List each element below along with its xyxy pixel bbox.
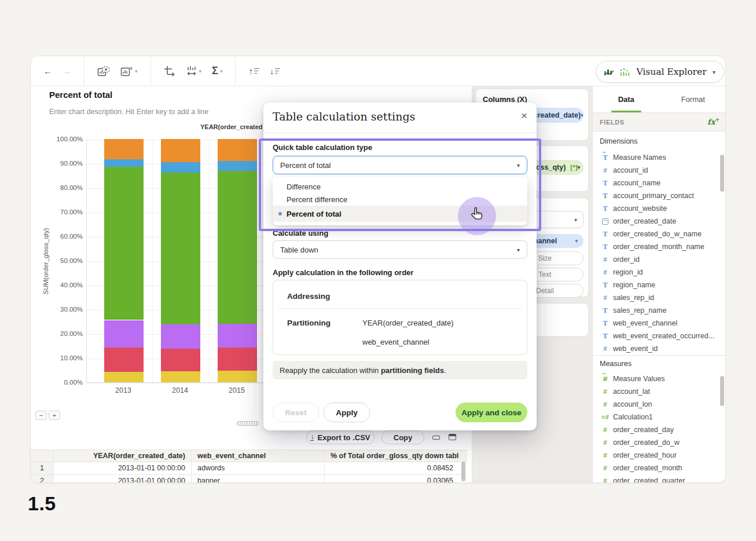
field-item[interactable]: order_created_hour	[593, 449, 719, 462]
gridline	[209, 140, 210, 382]
dropdown-option[interactable]: Percent of total	[273, 206, 527, 222]
undo-arrow-icon[interactable]: ←	[43, 66, 52, 76]
tab-data[interactable]: Data	[593, 86, 660, 112]
redo-arrow-icon[interactable]: →	[63, 66, 71, 76]
field-item[interactable]: order_created_month_name	[593, 240, 719, 253]
field-item[interactable]: account_lat	[593, 385, 719, 398]
field-item[interactable]: order_created_do_w	[593, 436, 719, 449]
bar-segment[interactable]	[161, 162, 200, 173]
tab-format[interactable]: Format	[660, 86, 726, 112]
chevron-down-icon: ▾	[517, 247, 520, 253]
bar-segment[interactable]	[104, 159, 144, 167]
field-label: Calculation1	[613, 413, 653, 421]
stacked-bar-2015[interactable]	[218, 140, 257, 382]
chart-description-placeholder[interactable]: Enter chart description. Hit Enter key t…	[49, 108, 208, 116]
measures-scrollbar-thumb[interactable]	[720, 376, 724, 406]
field-item[interactable]: web_event_created_occurred...	[593, 330, 719, 342]
field-item[interactable]: Measure Names	[593, 151, 719, 164]
bar-width-icon[interactable]: ▾	[186, 65, 202, 77]
dropdown-option[interactable]: Percent difference	[273, 193, 527, 206]
y-tick-label: 10.00%	[60, 354, 83, 361]
field-item[interactable]: order_created_quarter	[593, 474, 719, 483]
table-header-cell[interactable]: % of Total order_gloss_qty down table	[325, 450, 459, 462]
field-item[interactable]: web_event_id	[593, 342, 719, 355]
stacked-bar-2013[interactable]	[104, 140, 144, 382]
duplicate-visualization-icon[interactable]	[97, 66, 110, 76]
dropdown-option[interactable]: Difference	[273, 180, 527, 193]
collapse-table-icon[interactable]	[432, 436, 440, 440]
field-item[interactable]: account_id	[593, 164, 719, 177]
field-item[interactable]: order_created_do_w_name	[593, 228, 719, 240]
table-row[interactable]: 12013-01-01 00:00:00adwords0.08452	[31, 462, 467, 475]
add-calculation-icon[interactable]: fx+	[707, 117, 720, 126]
apply-and-close-button[interactable]: Apply and close	[456, 403, 527, 422]
field-item[interactable]: account_lon	[593, 398, 719, 411]
bar-segment[interactable]	[104, 139, 144, 159]
table-header-cell[interactable]: web_event_channel	[192, 450, 325, 462]
table-header-cell[interactable]	[31, 450, 54, 462]
sort-descending-icon[interactable]: ↓	[270, 66, 281, 76]
field-item[interactable]: web_event_channel	[593, 317, 719, 330]
text-icon	[601, 332, 610, 340]
table-scrollbar-thumb[interactable]	[461, 462, 465, 481]
field-item[interactable]: account_website	[593, 202, 719, 215]
bar-segment[interactable]	[161, 349, 200, 371]
field-label: Measure Names	[613, 153, 666, 162]
quick-calc-select[interactable]: Percent of total ▾	[273, 156, 527, 174]
visualization-switcher[interactable]: Visual Explorer ▾	[596, 61, 724, 83]
bar-segment[interactable]	[161, 324, 200, 349]
hash-icon	[601, 388, 610, 395]
field-item[interactable]: order_created_month	[593, 462, 719, 474]
field-item[interactable]: order_created_day	[593, 423, 719, 436]
bar-segment[interactable]	[161, 173, 200, 325]
field-item[interactable]: Calculation1	[593, 411, 719, 423]
field-label: region_name	[613, 281, 655, 289]
field-item[interactable]: order_created_date	[593, 215, 719, 228]
sidebar-tabs: Data Format	[593, 86, 726, 113]
dimensions-scrollbar-thumb[interactable]	[720, 155, 724, 192]
field-label: Measure Values	[613, 375, 665, 383]
bar-segment[interactable]	[161, 371, 200, 382]
bar-segment[interactable]	[218, 324, 257, 347]
field-label: order_created_day	[613, 426, 674, 434]
export-csv-button[interactable]: ↓ Export to .CSV	[306, 430, 375, 444]
aggregate-sigma-icon[interactable]: Σ ▾	[212, 65, 222, 77]
zoom-out-button[interactable]: −	[35, 411, 47, 420]
field-item[interactable]: region_name	[593, 279, 719, 291]
zoom-in-button[interactable]: +	[49, 411, 60, 420]
bar-segment[interactable]	[218, 348, 257, 371]
bar-segment[interactable]	[218, 171, 257, 324]
copy-button[interactable]: Copy	[381, 430, 424, 444]
bar-segment[interactable]	[218, 161, 257, 171]
chart-title[interactable]: Percent of total	[49, 90, 112, 100]
bar-segment[interactable]	[104, 320, 144, 348]
table-row[interactable]: 22013-01-01 00:00:00banner0.03065	[31, 475, 467, 483]
close-icon[interactable]: ×	[521, 109, 527, 122]
calculate-using-select[interactable]: Table down ▾	[273, 240, 527, 259]
table-calculation-settings-dialog: Table calculation settings × Quick table…	[263, 103, 537, 430]
field-label: region_id	[613, 268, 643, 276]
bar-segment[interactable]	[104, 167, 144, 320]
field-item[interactable]: region_id	[593, 266, 719, 279]
reset-button[interactable]: Reset	[273, 403, 319, 422]
field-item[interactable]: Measure Values	[593, 372, 719, 385]
field-item[interactable]: account_name	[593, 177, 719, 189]
layout-group: ▾ Σ ▾	[151, 56, 236, 86]
field-item[interactable]: sales_rep_id	[593, 291, 719, 304]
bar-segment[interactable]	[218, 371, 257, 382]
sort-ascending-icon[interactable]: ↑	[248, 66, 259, 76]
bar-segment[interactable]	[161, 139, 200, 162]
horizontal-scrollbar-thumb[interactable]	[237, 421, 259, 426]
field-item[interactable]: sales_rep_name	[593, 304, 719, 317]
remove-visualization-icon[interactable]: ▾	[120, 66, 138, 76]
field-item[interactable]: account_primary_contact	[593, 189, 719, 202]
bar-segment[interactable]	[104, 372, 144, 382]
bar-segment[interactable]	[218, 139, 257, 161]
bar-segment[interactable]	[104, 348, 144, 372]
stacked-bar-2014[interactable]	[161, 140, 200, 382]
apply-button[interactable]: Apply	[324, 403, 370, 422]
field-item[interactable]: order_id	[593, 253, 719, 266]
transpose-axes-icon[interactable]	[164, 65, 175, 77]
table-header-cell[interactable]: YEAR(order_created_date)	[54, 450, 192, 462]
expand-table-icon[interactable]	[449, 434, 456, 440]
